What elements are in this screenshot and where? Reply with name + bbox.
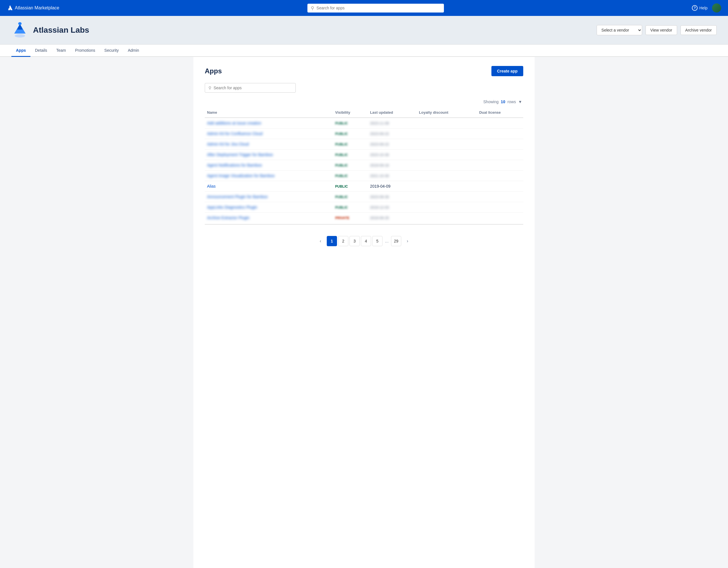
visibility-badge: PUBLIC (335, 195, 348, 199)
pagination-page-3[interactable]: 3 (349, 236, 360, 246)
pagination-page-1[interactable]: 1 (327, 236, 337, 246)
visibility-badge: PUBLIC (335, 206, 348, 210)
app-name-blurred[interactable]: Archive Extractor Plugin (207, 216, 249, 220)
table-header-dual-license: Dual license (477, 108, 523, 118)
pagination-page-5[interactable]: 5 (372, 236, 382, 246)
table-row: Admin Kit for Confluence CloudPUBLIC2023… (205, 129, 523, 139)
visibility-badge: PUBLIC (335, 143, 348, 146)
table-row: Announcement Plugin for BambooPUBLIC2023… (205, 192, 523, 202)
table-row: AppLinks Diagnostics PluginPUBLIC2019-12… (205, 202, 523, 213)
top-nav-right: ? Help (692, 3, 721, 13)
table-row: Agent Image Visualization for BambooPUBL… (205, 171, 523, 181)
help-label: Help (699, 6, 708, 10)
app-name-blurred[interactable]: Agent Image Visualization for Bamboo (207, 174, 275, 178)
sub-nav-item-apps[interactable]: Apps (11, 45, 30, 57)
table-header-last-updated: Last updated (368, 108, 417, 118)
rows-count: 10 (501, 100, 505, 104)
last-updated: 2023-09-22 (370, 142, 389, 146)
svg-point-0 (15, 34, 25, 38)
search-icon: ⚲ (208, 86, 211, 90)
table-row: Add additions at issue creationPUBLIC202… (205, 118, 523, 129)
dual-license (477, 129, 523, 139)
help-button[interactable]: ? Help (692, 5, 708, 11)
table-row: Admin Kit for Jira CloudPUBLIC2023-09-22 (205, 139, 523, 150)
brand-text: Atlassian Marketplace (15, 5, 59, 11)
table-controls: Showing 10 rows ▼ (205, 100, 523, 104)
sub-navigation: AppsDetailsTeamPromotionsSecurityAdmin (0, 45, 728, 57)
table-row: Archive Extractor PluginPRIVATE2019-09-2… (205, 213, 523, 223)
create-app-button[interactable]: Create app (491, 66, 523, 76)
table-header-name: Name (205, 108, 333, 118)
dual-license (477, 118, 523, 129)
app-name-blurred[interactable]: Add additions at issue creation (207, 121, 261, 125)
pagination-next[interactable]: › (402, 236, 413, 246)
sub-nav-item-security[interactable]: Security (100, 45, 123, 57)
last-updated: 2023-10-30 (370, 153, 389, 157)
app-name-blurred[interactable]: Announcement Plugin for Bamboo (207, 195, 268, 199)
last-updated: 2023-09-22 (370, 132, 389, 136)
archive-vendor-button[interactable]: Archive vendor (681, 25, 717, 35)
last-updated: 2019-09-16 (370, 163, 389, 168)
top-search-input[interactable] (317, 6, 440, 10)
loyalty-discount (417, 139, 477, 150)
dual-license (477, 150, 523, 160)
loyalty-discount (417, 192, 477, 202)
dual-license (477, 181, 523, 192)
app-name-link[interactable]: Alias (207, 184, 216, 189)
apps-table: NameVisibilityLast updatedLoyalty discou… (205, 108, 523, 223)
loyalty-discount (417, 129, 477, 139)
app-name-blurred[interactable]: Admin Kit for Jira Cloud (207, 142, 249, 146)
table-row: AliasPUBLIC2019-04-09 (205, 181, 523, 192)
app-name-blurred[interactable]: After Deployment Trigger for Bamboo (207, 152, 273, 157)
last-updated: 2021-10-30 (370, 174, 389, 178)
pagination-page-29[interactable]: 29 (391, 236, 401, 246)
apps-search-box[interactable]: ⚲ (205, 83, 296, 93)
sub-nav-item-team[interactable]: Team (52, 45, 71, 57)
help-icon: ? (692, 5, 698, 11)
visibility-badge: PUBLIC (335, 164, 348, 168)
pagination-page-2[interactable]: 2 (338, 236, 348, 246)
table-header-visibility: Visibility (333, 108, 368, 118)
app-name-blurred[interactable]: Agent Notifications for Bamboo (207, 163, 262, 168)
loyalty-discount (417, 202, 477, 213)
rows-dropdown[interactable]: ▼ (518, 100, 522, 104)
visibility-badge: PUBLIC (335, 185, 348, 189)
apps-search-input[interactable] (214, 86, 292, 90)
vendor-info: Atlassian Labs (11, 22, 89, 39)
dual-license (477, 171, 523, 181)
loyalty-discount (417, 181, 477, 192)
dual-license (477, 213, 523, 223)
pagination-page-4[interactable]: 4 (361, 236, 371, 246)
page-title: Apps (205, 67, 222, 75)
dual-license (477, 202, 523, 213)
sub-nav-item-promotions[interactable]: Promotions (71, 45, 100, 57)
app-name-blurred[interactable]: Admin Kit for Confluence Cloud (207, 131, 262, 136)
dual-license (477, 160, 523, 171)
dual-license (477, 139, 523, 150)
svg-rect-1 (18, 22, 22, 25)
dual-license (477, 192, 523, 202)
last-updated: 2023-11-09 (370, 121, 389, 125)
table-row: Agent Notifications for BambooPUBLIC2019… (205, 160, 523, 171)
pagination-prev[interactable]: ‹ (315, 236, 326, 246)
vendor-select[interactable]: Select a vendor (597, 25, 642, 35)
vendor-header: Atlassian Labs Select a vendor View vend… (0, 16, 728, 45)
main-content: Apps Create app ⚲ Showing 10 rows ▼ Name… (193, 57, 535, 568)
last-updated: 2019-04-09 (370, 184, 390, 189)
top-search-bar[interactable]: ⚲ (307, 4, 444, 13)
atlassian-brand[interactable]: Atlassian Marketplace (7, 5, 59, 11)
visibility-badge: PUBLIC (335, 174, 348, 178)
apps-search: ⚲ (205, 83, 523, 93)
app-name-blurred[interactable]: AppLinks Diagnostics Plugin (207, 205, 257, 210)
pagination: ‹12345…29› (205, 229, 523, 253)
visibility-badge: PRIVATE (335, 216, 349, 220)
user-avatar[interactable] (712, 3, 721, 13)
search-icon: ⚲ (311, 5, 314, 11)
sub-nav-item-admin[interactable]: Admin (123, 45, 144, 57)
visibility-badge: PUBLIC (335, 153, 348, 157)
vendor-name: Atlassian Labs (33, 26, 89, 35)
view-vendor-button[interactable]: View vendor (646, 25, 677, 35)
sub-nav-item-details[interactable]: Details (30, 45, 52, 57)
showing-label: Showing (483, 100, 499, 104)
top-navigation: Atlassian Marketplace ⚲ ? Help (0, 0, 728, 16)
